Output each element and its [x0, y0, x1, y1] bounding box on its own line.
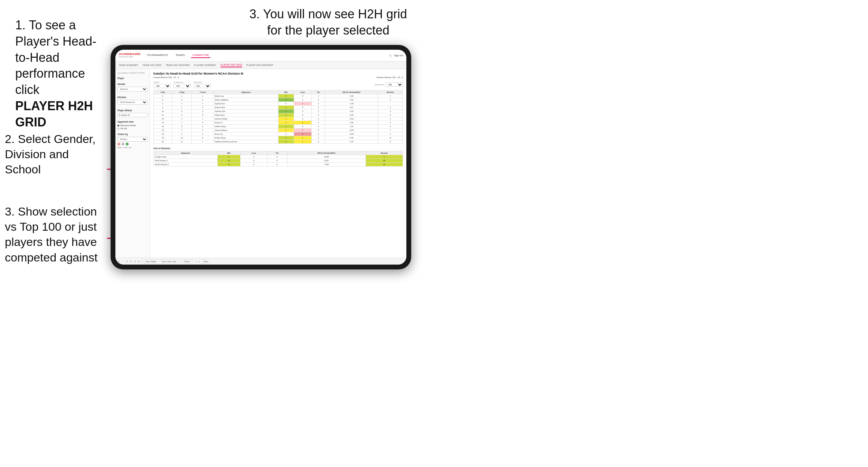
opponent-view-label: Opponent view: [117, 121, 148, 123]
sub-nav: TEAM SUMMARY TEAM H2H GRID TEAM H2H HEAT…: [115, 61, 406, 69]
division-section: Division NCAA Division III NCAA Division…: [117, 96, 148, 106]
th-opponent: Opponent: [214, 90, 278, 94]
th-tie: Tie: [312, 90, 325, 94]
logo: SCOREBOARD Powered by clippd: [119, 53, 141, 58]
table-row: 13 1 1 Jessica Huang 1 0 0 -3.00 2: [154, 117, 403, 121]
table-row: 11 2 5 Heejo Hyun 1 0 0 3.33 3: [154, 113, 403, 117]
sidebar: Last Updated: 27/03/2024 16:55:38 Player…: [115, 69, 150, 258]
ood-th-opponent: Opponent: [154, 151, 218, 155]
gender-select[interactable]: Women's Men's: [117, 87, 148, 92]
filter-conference: Conference (All): [173, 81, 191, 88]
filter-opponents: Opponents: (All): [375, 83, 403, 87]
table-row: 15 8 5 Stella Cheng 1 0 0 1.25 4: [154, 125, 403, 128]
ood-th-rounds: Rounds: [366, 151, 403, 155]
colour-by-select[interactable]: Win/loss: [117, 137, 148, 142]
conference-select[interactable]: (All): [173, 84, 191, 88]
th-diff: Diff Av Strokes/Rnd: [325, 90, 378, 94]
sub-nav-team-h2h-grid[interactable]: TEAM H2H GRID: [143, 63, 162, 67]
ood-table-row: NCAA Division 2 5 0 0 7.400 10: [154, 163, 403, 166]
table-row: 9 1 4 Sharon Mun 1 0 0 3.67 3: [154, 106, 403, 109]
nav-right: i | Sign out: [389, 54, 403, 57]
sub-nav-team-summary[interactable]: TEAM SUMMARY: [119, 63, 139, 67]
filter-opponent: Opponent (All): [194, 81, 211, 88]
toolbar-undo[interactable]: ↩: [118, 260, 120, 263]
filter-region: Region (All): [153, 81, 171, 88]
tablet-screen: SCOREBOARD Powered by clippd TOURNAMENTS…: [115, 50, 406, 265]
out-of-division-title: Out of division: [153, 147, 403, 150]
out-of-division-table: Opponent Win Loss Tie Diff Av Strokes/Rn…: [153, 151, 403, 166]
table-row: 5 2 2 Alexis Sudjianto 1 0 0 4.00 3: [154, 98, 403, 102]
left-instruction-3: 3. Show selection vs Top 100 or just pla…: [5, 204, 103, 265]
table-row: 10 6 3 Andrea York 2 0 0 4.00 4: [154, 109, 403, 113]
table-row: 19 10 6 Emily Chang 4 1 0 0.30 11: [154, 136, 403, 140]
bottom-toolbar: ↩ ← ↪ ⛶ ⬡ ⊙ View: Original Save Custom V…: [115, 258, 406, 265]
ood-table-row: NAIA Division 1 15 0 0 9.267 30: [154, 159, 403, 163]
th-rounds: Rounds: [378, 90, 403, 94]
left-instruction-2: 2. Select Gender, Division and School: [5, 131, 105, 177]
sign-out-link[interactable]: Sign out: [394, 54, 403, 57]
toolbar-sep-2: [180, 259, 180, 264]
toolbar-icon-2[interactable]: ≡: [199, 260, 200, 263]
colour-by-label: Colour by: [117, 133, 148, 135]
colour-dot-level: [122, 143, 124, 145]
table-row: 20 11 7 Federica Domecq Lacroze 2 1 0 1.…: [154, 140, 403, 144]
sub-nav-team-h2h-heatmap[interactable]: TEAM H2H HEATMAP: [166, 63, 190, 67]
colour-legend-dots: [117, 143, 148, 145]
player-rank-value[interactable]: 8. Katelyn Vo: [117, 113, 148, 117]
sub-nav-player-summary[interactable]: PLAYER SUMMARY: [194, 63, 216, 67]
th-reg: # Reg: [172, 90, 192, 94]
radio-top-100[interactable]: Top 100: [117, 127, 148, 130]
sub-nav-player-h2h-heatmap[interactable]: PLAYER H2H HEATMAP: [246, 63, 273, 67]
ood-th-loss: Loss: [240, 151, 267, 155]
nav-tournaments[interactable]: TOURNAMENTS: [145, 53, 169, 58]
colour-dot-up: [126, 143, 129, 145]
th-loss: Loss: [294, 90, 312, 94]
radio-dot-top100: [117, 128, 119, 130]
ood-th-tie: Tie: [267, 151, 287, 155]
table-row: 18 2 2 Euna Lee 0 3 0 -5.00 2: [154, 132, 403, 136]
division-label: Division: [117, 96, 148, 98]
toolbar-watch[interactable]: Watch ▾: [182, 260, 192, 263]
opponent-radio-group: Opponents Played Top 100: [117, 124, 148, 130]
toolbar-expand[interactable]: ⛶: [130, 260, 132, 263]
table-row: 3 1 1 Esther Lee 1 0 1 1.50 4: [154, 94, 403, 98]
toolbar-redo[interactable]: ↪: [126, 260, 128, 263]
toolbar-icon-1[interactable]: ⬚: [195, 260, 197, 263]
opponents-select[interactable]: (All): [386, 83, 403, 87]
main-content: Last Updated: 27/03/2024 16:55:38 Player…: [115, 69, 406, 258]
division-record: Division Record: 331 - 34 - 6: [377, 76, 403, 78]
main-table: # Div # Reg # Conf Opponent Win Loss Tie…: [153, 90, 403, 144]
nav-committee[interactable]: COMMITTEE: [191, 53, 210, 58]
toolbar-sep-1: [142, 259, 142, 264]
filters-row: Region (All) Conference (All) Opponent: [153, 81, 403, 88]
toolbar-export[interactable]: ⬡: [134, 260, 136, 263]
colour-dot-down: [117, 143, 120, 145]
toolbar-save-custom[interactable]: Save Custom View: [160, 260, 178, 263]
toolbar-back[interactable]: ←: [122, 260, 124, 263]
radio-dot-opponents: [117, 125, 119, 126]
sub-nav-player-h2h-grid[interactable]: PLAYER H2H GRID: [220, 63, 242, 67]
ood-table-row: Foreign Team 1 0 0 4.500 2: [154, 155, 403, 159]
toolbar-share[interactable]: Share: [202, 260, 210, 263]
top-right-instruction: 3. You will now see H2H grid for the pla…: [249, 6, 408, 39]
region-select[interactable]: (All): [153, 84, 171, 88]
player-section: Player: [117, 77, 148, 79]
gender-label: Gender: [117, 83, 148, 85]
data-area: Katelyn Vo Head-to-Head Grid for Women's…: [150, 69, 406, 258]
colour-section: Colour by Win/loss Down Level Up: [117, 133, 148, 149]
th-win: Win: [278, 90, 294, 94]
nav-teams[interactable]: TEAMS: [174, 53, 186, 58]
timestamp: Last Updated: 27/03/2024 16:55:38: [117, 72, 148, 74]
opponent-select[interactable]: (All): [194, 84, 211, 88]
toolbar-view-original[interactable]: View: Original: [144, 260, 158, 263]
table-row: 16 1 3 Jessica Mason 1 2 0 -0.94 7: [154, 128, 403, 132]
nav-links: TOURNAMENTS TEAMS COMMITTEE: [145, 53, 389, 58]
ood-th-win: Win: [217, 151, 240, 155]
player-rank-label: Player (Rank): [117, 109, 148, 112]
division-select[interactable]: NCAA Division III NCAA Division I NCAA D…: [117, 100, 148, 105]
nav-bar: SCOREBOARD Powered by clippd TOURNAMENTS…: [115, 50, 406, 61]
toolbar-refresh[interactable]: ⊙: [138, 260, 140, 263]
player-label: Player: [117, 77, 148, 79]
table-row: 6 3 3 Sydney Kuo 0 1 0 -1.00: [154, 102, 403, 106]
radio-opponents-played[interactable]: Opponents Played: [117, 124, 148, 126]
